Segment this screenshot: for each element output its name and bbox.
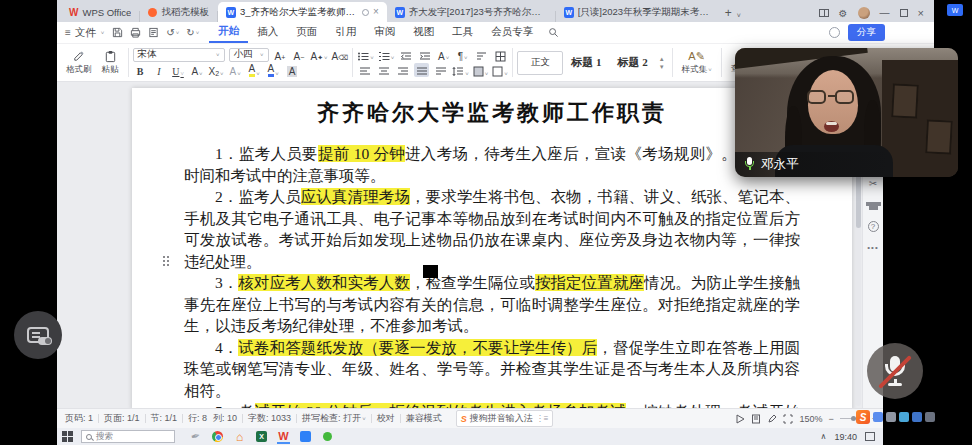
page-mode-icon[interactable] (751, 414, 761, 424)
tab-document-2[interactable]: W 齐大发字[2017]23号齐齐哈尔大学 (387, 3, 555, 22)
zoom-level[interactable]: 150% (799, 414, 822, 424)
taskbar-search-input[interactable]: 搜索 (81, 430, 175, 443)
print-preview-icon[interactable] (148, 27, 159, 38)
chrome-icon[interactable] (211, 429, 224, 444)
underline-icon[interactable]: U˅ (171, 63, 186, 77)
font-name-select[interactable]: 宋体˅ (133, 48, 225, 62)
sort-icon[interactable] (474, 48, 489, 62)
account-avatar[interactable] (858, 7, 870, 19)
style-normal[interactable]: 正文 (517, 51, 563, 75)
distribute-icon[interactable] (433, 63, 448, 77)
font-color-icon[interactable]: A˅ (266, 63, 281, 77)
sogou-logo-icon[interactable]: S (856, 410, 870, 424)
close-button[interactable]: × (918, 8, 924, 19)
sogou-tool-icon[interactable] (899, 412, 909, 422)
mute-toggle-button[interactable] (867, 343, 923, 399)
blue-app-icon[interactable] (299, 429, 312, 444)
taskbar-clock[interactable]: 19:40 (834, 432, 857, 442)
bullet-list-icon[interactable]: ˅ (357, 48, 374, 62)
numbered-list-icon[interactable]: ˅ (378, 48, 395, 62)
sogou-tool-icon[interactable] (886, 412, 896, 422)
tab-docer-templates[interactable]: 找稻壳模板 (140, 3, 217, 22)
print-icon[interactable] (130, 27, 141, 38)
notification-center-icon[interactable] (865, 432, 875, 441)
clear-format-icon[interactable]: A⌫ (332, 48, 349, 62)
sogou-tool-icon[interactable] (925, 412, 935, 422)
menu-item-view[interactable]: 视图 (404, 23, 443, 42)
sogou-tool-icon[interactable] (912, 412, 922, 422)
borders-icon[interactable]: ˅ (492, 63, 508, 77)
status-ring-icon[interactable] (829, 27, 840, 38)
decrease-indent-icon[interactable] (398, 48, 413, 62)
menu-item-insert[interactable]: 插入 (248, 23, 287, 42)
windows-start-icon[interactable] (62, 431, 73, 442)
settings-gear-icon[interactable]: ⚙ (839, 8, 848, 19)
menu-item-home[interactable]: 开始 (209, 22, 248, 43)
menu-item-tools[interactable]: 工具 (443, 23, 482, 42)
file-menu[interactable]: ≡ 文件 ˅ (65, 26, 104, 40)
menu-item-member[interactable]: 会员专享 (482, 23, 542, 42)
word-count-status[interactable]: 字数: 1033 (248, 412, 291, 425)
minimize-button[interactable]: — (880, 8, 890, 18)
align-right-icon[interactable] (395, 63, 410, 77)
excel-icon[interactable]: X (255, 429, 268, 444)
highlight-color-icon[interactable]: A˅ (247, 63, 262, 77)
tab-document-active[interactable]: W 3_齐齐哈尔大学监考教师工作职 × (218, 2, 387, 22)
decrease-font-icon[interactable]: A− (292, 48, 307, 62)
split-view-icon[interactable] (819, 9, 829, 17)
strikethrough-icon[interactable]: A˅ (190, 63, 205, 77)
superscript-icon[interactable]: X2˅ (209, 63, 224, 77)
table-grid-icon[interactable] (493, 48, 508, 62)
undo-icon[interactable]: ↺˅ (166, 27, 179, 38)
style-heading2[interactable]: 标题 2 (609, 55, 655, 70)
save-icon[interactable] (112, 27, 123, 38)
shading-icon[interactable]: ˅ (473, 63, 489, 77)
sogou-tool-icon[interactable] (873, 412, 883, 422)
redo-icon[interactable]: ↻˅ (186, 27, 199, 38)
search-icon[interactable] (548, 27, 559, 38)
text-direction-icon[interactable]: A˅ (436, 48, 451, 62)
webcam-video-overlay[interactable]: 邓永平 (735, 48, 958, 177)
tab-close-icon[interactable]: × (373, 7, 379, 17)
phonetic-guide-icon[interactable]: A˅ (228, 63, 243, 77)
paste-button[interactable]: 粘贴 (97, 46, 124, 79)
text-effects-icon[interactable]: A✦˅ (311, 48, 328, 62)
menu-item-review[interactable]: 审阅 (365, 23, 404, 42)
font-size-select[interactable]: 小四˅ (229, 48, 269, 62)
ime-indicator[interactable]: S 搜狗拼音输入法 ⋮≡ (456, 410, 554, 427)
proofread-button[interactable]: 校对 (377, 412, 395, 425)
tray-chevron-icon[interactable]: ∧ (821, 432, 827, 441)
paragraph-drag-handle[interactable] (163, 256, 165, 258)
more-icon[interactable]: ••• (867, 243, 878, 252)
zoom-out-icon[interactable]: − (828, 414, 833, 424)
style-heading1[interactable]: 标题 1 (563, 55, 609, 70)
menu-item-page[interactable]: 页面 (287, 23, 326, 42)
format-painter-button[interactable]: 格式刷 (61, 46, 97, 79)
justify-icon[interactable] (414, 63, 429, 77)
paragraph-mark-icon[interactable]: ¶˅ (455, 48, 470, 62)
quill-app-icon[interactable]: ✒ (189, 429, 202, 444)
tab-document-3[interactable]: W [只读]2023年秋季学期期末考试工作 (556, 3, 718, 22)
floating-panel-button[interactable] (14, 311, 62, 359)
share-button[interactable]: 分享 (848, 24, 885, 41)
bold-icon[interactable]: B (133, 63, 148, 77)
fullscreen-icon[interactable] (783, 414, 793, 424)
restore-button[interactable] (900, 9, 908, 17)
green-app-icon[interactable] (321, 429, 334, 444)
style-set-button[interactable]: A✎ 样式集˅ (677, 46, 717, 79)
read-mode-icon[interactable] (735, 414, 745, 424)
zoom-slider-knob[interactable] (851, 416, 856, 421)
tab-wps-home[interactable]: W WPS Office (61, 3, 139, 22)
increase-font-icon[interactable]: A+ (273, 48, 288, 62)
character-shading-icon[interactable]: A (285, 63, 300, 77)
tab-list-caret-icon[interactable]: ˅ (737, 12, 741, 22)
style-gallery-scroll[interactable]: ▲▼ (656, 56, 668, 70)
skin-icon[interactable] (869, 202, 878, 210)
wps-app-icon[interactable]: W (277, 429, 290, 444)
italic-icon[interactable]: I (152, 63, 167, 77)
new-tab-button[interactable]: + (718, 6, 737, 22)
home-app-icon[interactable]: ⌂ (233, 429, 246, 444)
align-left-icon[interactable] (357, 63, 372, 77)
tools-icon[interactable]: ✂ (869, 178, 877, 189)
help-icon[interactable]: ? (868, 221, 879, 232)
